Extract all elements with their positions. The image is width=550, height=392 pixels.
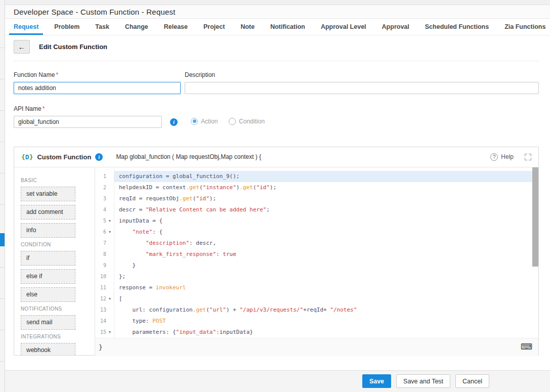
function-signature: Map global_function ( Map requestObj,Map… xyxy=(116,153,261,160)
section-heading: Edit Custom Function xyxy=(39,43,107,51)
code-line-2[interactable]: helpdeskID = context.get("instance").get… xyxy=(114,182,538,193)
nav-rail-item xyxy=(0,299,5,330)
action-footer: Save Save and Test Cancel xyxy=(5,370,550,392)
required-asterisk: * xyxy=(56,71,58,78)
line-number: 12 xyxy=(95,296,106,301)
nav-rail xyxy=(0,0,5,392)
title-bar: Developer Space - Custom Function - Requ… xyxy=(5,5,550,19)
code-area[interactable]: configuration = global_function_9();help… xyxy=(114,167,538,338)
nav-rail-active-item[interactable] xyxy=(0,233,5,246)
code-line-11[interactable]: response = invokeurl xyxy=(114,282,538,293)
code-line-5[interactable]: inputData = { xyxy=(114,215,538,227)
back-button[interactable]: ← xyxy=(14,40,30,54)
keyboard-icon[interactable]: ⌨ xyxy=(521,343,532,351)
api-name-input[interactable] xyxy=(14,116,162,128)
nav-rail-item xyxy=(0,362,5,392)
code-line-10[interactable]: }; xyxy=(114,271,538,282)
description-input[interactable] xyxy=(185,82,539,94)
fold-icon[interactable]: ▾ xyxy=(106,230,113,234)
nav-rail-item xyxy=(0,268,5,299)
help-button[interactable]: ?Help xyxy=(490,153,514,161)
line-number: 4 xyxy=(95,207,106,212)
save-button[interactable]: Save xyxy=(362,374,391,388)
radio-condition-dot xyxy=(229,118,236,125)
palette-item-add-comment[interactable]: add comment xyxy=(21,205,75,220)
code-line-13[interactable]: url: configuration.get("url") + "/api/v3… xyxy=(114,304,538,316)
line-number: 13 xyxy=(95,307,106,313)
line-number: 2 xyxy=(95,185,106,190)
tab-approval[interactable]: Approval xyxy=(382,19,409,35)
palette-item-set-variable[interactable]: set variable xyxy=(21,187,75,201)
editor-info-icon[interactable]: i xyxy=(95,153,103,161)
tab-note[interactable]: Note xyxy=(240,19,255,35)
page-title: Developer Space - Custom Function - Requ… xyxy=(14,8,176,16)
code-line-4[interactable]: descr = "Relative Content can be added h… xyxy=(114,204,538,215)
line-number: 1 xyxy=(95,173,106,179)
palette-section-notifications: NOTIFICATIONS xyxy=(21,306,95,312)
save-and-test-button[interactable]: Save and Test xyxy=(396,374,450,388)
radio-action[interactable]: Action xyxy=(191,118,218,125)
tab-change[interactable]: Change xyxy=(125,19,148,35)
palette-item-else[interactable]: else xyxy=(21,287,75,302)
nav-rail-item xyxy=(0,330,5,362)
line-number: 9 xyxy=(95,263,106,268)
palette-item-info[interactable]: info xyxy=(21,223,75,238)
fold-icon[interactable]: ▾ xyxy=(106,330,113,334)
nav-rail-item xyxy=(0,48,5,79)
api-name-info-icon[interactable]: i xyxy=(170,118,178,126)
code-line-14[interactable]: type: POST xyxy=(114,316,538,327)
code-line-1[interactable]: configuration = global_function_9(); xyxy=(114,171,538,182)
tab-notification[interactable]: Notification xyxy=(270,19,305,35)
code-region: 12345▾6▾789101112▾131415▾ configuration … xyxy=(95,167,538,338)
nav-rail-item xyxy=(0,17,5,48)
palette-item-if[interactable]: if xyxy=(21,251,75,266)
back-row: ← Edit Custom Function xyxy=(14,40,539,61)
nav-rail-item xyxy=(0,111,5,142)
cancel-button[interactable]: Cancel xyxy=(455,374,489,388)
line-number: 10 xyxy=(95,274,106,279)
fold-icon[interactable]: ▾ xyxy=(106,296,113,301)
nav-rail-item xyxy=(0,205,5,236)
palette-item-else-if[interactable]: else if xyxy=(21,269,75,284)
code-line-7[interactable]: "description": descr, xyxy=(114,238,538,249)
line-number: 5 xyxy=(95,218,106,224)
tab-approval-level[interactable]: Approval Level xyxy=(321,19,366,35)
tab-project[interactable]: Project xyxy=(203,19,225,35)
palette-section-basic: BASIC xyxy=(21,178,95,183)
tab-request[interactable]: Request xyxy=(14,19,38,35)
palette-section-condition: CONDITION xyxy=(21,242,95,247)
tab-scheduled-functions[interactable]: Scheduled Functions xyxy=(425,19,489,35)
code-line-12[interactable]: [ xyxy=(114,293,538,304)
function-type-radios: Action Condition xyxy=(191,118,265,125)
editor-header: {D} Custom Function i Map global_functio… xyxy=(14,147,538,167)
editor-footer: } ⌨ xyxy=(95,338,538,356)
palette-item-webhook[interactable]: webhook xyxy=(21,343,75,355)
tab-bar: RequestProblemTaskChangeReleaseProjectNo… xyxy=(5,19,550,35)
tab-release[interactable]: Release xyxy=(164,19,188,35)
radio-condition[interactable]: Condition xyxy=(229,118,265,125)
radio-action-dot xyxy=(191,118,198,125)
code-line-6[interactable]: "note": { xyxy=(114,227,538,238)
deluge-icon: {D} xyxy=(21,153,33,161)
required-asterisk: * xyxy=(43,105,45,112)
editor-title: Custom Function xyxy=(37,153,91,161)
tab-problem[interactable]: Problem xyxy=(54,19,79,35)
editor-scrollbar[interactable] xyxy=(532,167,538,267)
line-number: 14 xyxy=(95,318,106,324)
fullscreen-icon[interactable] xyxy=(525,154,531,160)
function-name-input[interactable] xyxy=(14,82,181,94)
tab-task[interactable]: Task xyxy=(95,19,109,35)
tab-zia-functions[interactable]: Zia Functions xyxy=(504,19,545,35)
code-line-15[interactable]: parameters: {"input_data":inputData} xyxy=(114,327,538,338)
palette-item-send-mail[interactable]: send mail xyxy=(21,315,75,330)
nav-rail-item xyxy=(0,173,5,205)
main-panel: Developer Space - Custom Function - Requ… xyxy=(5,0,550,392)
code-line-8[interactable]: "mark_first_response": true xyxy=(114,249,538,260)
code-line-3[interactable]: reqId = requestObj.get("id"); xyxy=(114,193,538,204)
description-label: Description xyxy=(185,71,539,78)
custom-function-editor: {D} Custom Function i Map global_functio… xyxy=(14,147,539,356)
back-arrow-icon: ← xyxy=(18,42,26,51)
nav-rail-item xyxy=(0,142,5,173)
fold-icon[interactable]: ▾ xyxy=(106,219,113,223)
code-line-9[interactable]: } xyxy=(114,260,538,271)
